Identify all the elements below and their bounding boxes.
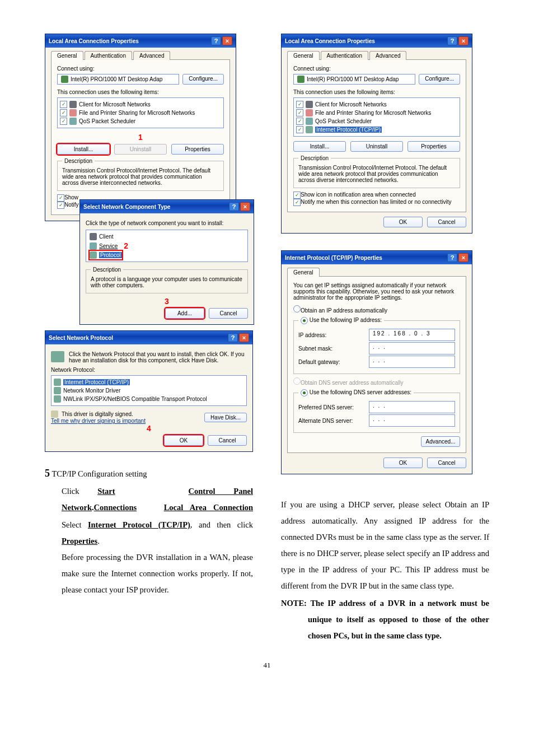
alt-dns-input[interactable]: . . . <box>369 414 455 427</box>
uninstall-button[interactable]: Uninstall <box>350 141 403 152</box>
ok-button[interactable]: OK <box>383 217 423 227</box>
list-item[interactable]: ✓QoS Packet Scheduler <box>296 117 457 125</box>
paragraph: Before processing the DVR installation i… <box>62 549 253 598</box>
tab-authentication[interactable]: Authentication <box>321 51 368 60</box>
note-head: NOTE: <box>281 599 310 608</box>
qos-icon <box>306 118 313 125</box>
help-icon[interactable]: ? <box>211 36 221 45</box>
notify-check[interactable]: Notify <box>64 202 79 208</box>
page-number: 41 <box>45 661 489 670</box>
dhcp-paragraph: If you are using a DHCP server, please s… <box>281 497 489 594</box>
cancel-button[interactable]: Cancel <box>427 458 466 468</box>
list-item[interactable]: ✓Client for Microsoft Networks <box>296 100 457 109</box>
protocol-icon <box>54 379 61 386</box>
radio-obtain-auto[interactable] <box>293 305 301 312</box>
section-num: 5 <box>45 468 50 479</box>
list-item[interactable]: Internet Protocol (TCP/IP) <box>54 378 244 386</box>
close-icon[interactable]: × <box>458 253 469 262</box>
ok-button[interactable]: OK <box>164 435 203 446</box>
tab-general[interactable]: General <box>51 51 83 60</box>
adapter-name: Intel(R) PRO/1000 MT Desktop Adap <box>307 76 399 82</box>
properties-button[interactable]: Properties <box>171 144 224 155</box>
close-icon[interactable]: × <box>240 202 250 211</box>
radio-use-dns[interactable] <box>301 389 308 396</box>
close-icon[interactable]: × <box>222 36 232 45</box>
title: Local Area Connection Properties <box>285 38 375 44</box>
add-button[interactable]: Add... <box>165 308 204 319</box>
red-mark-1: 1 <box>138 133 143 142</box>
show-icon-check[interactable]: Show icon in notification area when conn… <box>301 192 416 198</box>
advanced-button[interactable]: Advanced... <box>421 436 460 447</box>
t: Click <box>62 487 97 496</box>
protocol-icon <box>306 126 313 133</box>
show-icon-check[interactable]: Show <box>64 194 78 200</box>
uses-items-label: This connection uses the following items… <box>293 89 460 95</box>
list-item[interactable]: Network Monitor Driver <box>54 386 244 395</box>
items-list[interactable]: ✓Client for Microsoft Networks ✓File and… <box>293 97 460 137</box>
protocol-icon <box>54 395 61 403</box>
pref-dns-label: Preferred DNS server: <box>298 404 354 410</box>
lac-properties-dialog-2: Local Area Connection Properties ? × Gen… <box>281 34 472 234</box>
subnet-input[interactable]: . . . <box>369 342 455 354</box>
alt-dns-label: Alternate DNS server: <box>298 418 353 424</box>
pref-dns-input[interactable]: . . . <box>369 401 455 413</box>
ok-button[interactable]: OK <box>383 458 423 468</box>
radio-use-following[interactable] <box>301 317 308 324</box>
list-item[interactable]: Client <box>90 232 244 241</box>
t: Network <box>62 503 92 512</box>
list-item[interactable]: ✓File and Printer Sharing for Microsoft … <box>60 109 221 117</box>
nic-icon <box>297 76 305 83</box>
tab-advanced[interactable]: Advanced <box>369 51 406 60</box>
uninstall-button: Uninstall <box>114 144 167 155</box>
select-network-protocol-dialog: Select Network Protocol ? × Click the Ne… <box>45 330 253 452</box>
t: Select <box>62 520 88 529</box>
close-icon[interactable]: × <box>458 36 469 45</box>
list-item[interactable]: ✓Internet Protocol (TCP/IP) <box>296 125 457 134</box>
desc-text: Transmission Control Protocol/Internet P… <box>298 165 455 183</box>
list-item[interactable]: Protocol <box>90 251 122 259</box>
help-icon[interactable]: ? <box>228 333 238 342</box>
ip-input[interactable]: 192 . 168 . 0 . 3 <box>369 329 455 341</box>
list-item[interactable]: NWLink IPX/SPX/NetBIOS Compatible Transp… <box>54 395 244 403</box>
help-icon[interactable]: ? <box>229 202 239 211</box>
t: Connections <box>94 503 137 512</box>
close-icon[interactable]: × <box>239 333 249 342</box>
description-fieldset: Description A protocol is a language you… <box>86 267 248 293</box>
list-item[interactable]: ✓QoS Packet Scheduler <box>60 117 221 125</box>
tab-advanced[interactable]: Advanced <box>133 51 170 60</box>
list-item[interactable]: ✓File and Printer Sharing for Microsoft … <box>296 109 457 117</box>
help-icon[interactable]: ? <box>447 36 457 45</box>
t: Internet Protocol (TCP/IP) <box>88 520 190 529</box>
tell-me-link[interactable]: Tell me why driver signing is important <box>51 418 146 424</box>
cancel-button[interactable]: Cancel <box>208 435 247 446</box>
gateway-label: Default gateway: <box>298 359 340 365</box>
intro-text: You can get IP settings assigned automat… <box>293 282 460 301</box>
items-list[interactable]: ✓Client for Microsoft Networks ✓File and… <box>57 97 224 128</box>
tab-general[interactable]: General <box>287 51 320 60</box>
have-disk-button[interactable]: Have Disk... <box>204 413 247 422</box>
cancel-button[interactable]: Cancel <box>209 308 248 319</box>
title: Internet Protocol (TCP/IP) Properties <box>285 255 382 261</box>
list-item[interactable]: ✓Client for Microsoft Networks <box>60 100 221 109</box>
tab-authentication[interactable]: Authentication <box>85 51 132 60</box>
configure-button[interactable]: Configure... <box>182 74 224 85</box>
ip-label: IP address: <box>298 332 326 338</box>
gateway-input[interactable]: . . . <box>369 356 455 368</box>
help-icon[interactable]: ? <box>447 253 457 262</box>
list-item[interactable]: Service 2 <box>90 241 244 251</box>
share-icon <box>69 109 77 116</box>
tab-general[interactable]: General <box>287 268 320 277</box>
properties-button[interactable]: Properties <box>407 141 460 152</box>
tabs: General Authentication Advanced <box>51 51 230 60</box>
service-icon <box>90 242 97 250</box>
cancel-button[interactable]: Cancel <box>427 217 466 227</box>
notify-check[interactable]: Notify me when this connection has limit… <box>301 199 452 205</box>
protocol-list[interactable]: Internet Protocol (TCP/IP) Network Monit… <box>51 375 247 406</box>
titlebar: Local Area Connection Properties ? × <box>45 34 236 48</box>
note-body: The IP address of a DVR in a network mus… <box>308 599 489 640</box>
qos-icon <box>69 118 77 125</box>
title: Local Area Connection Properties <box>49 38 139 44</box>
install-button[interactable]: Install... <box>293 141 346 152</box>
configure-button[interactable]: Configure... <box>419 74 460 85</box>
install-button[interactable]: Install... <box>57 144 110 155</box>
